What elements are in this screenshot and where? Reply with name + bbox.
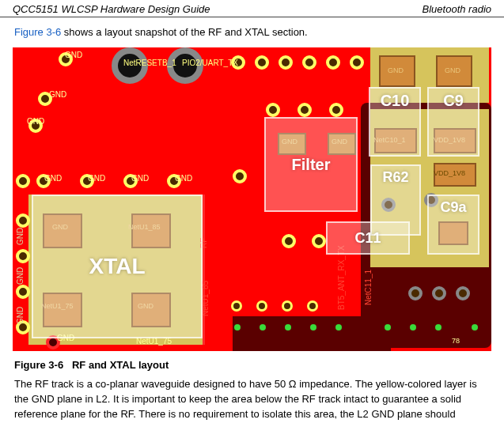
num-78: 78 bbox=[452, 337, 460, 345]
net-pio2-uart: PIO2/UART_TX bbox=[182, 59, 238, 67]
gnd-text: GND bbox=[49, 90, 66, 99]
gnd-text: GND bbox=[44, 174, 62, 183]
overlay-c9: C9 bbox=[427, 87, 479, 157]
side-gnd: GND bbox=[16, 267, 25, 285]
overlay-c11: C11 bbox=[326, 221, 410, 255]
gnd-text: GND bbox=[65, 51, 82, 59]
pcb-layout-image: GND NetU1_85 NetU1_75 GND GND GND GND GN… bbox=[13, 47, 491, 351]
intro-text: shows a layout snapshot of the RF and XT… bbox=[61, 26, 307, 38]
figure-ref-link[interactable]: Figure 3-6 bbox=[14, 26, 61, 38]
figure-caption: Figure 3-6 RF and XTAL layout bbox=[0, 354, 504, 372]
figure-title: RF and XTAL layout bbox=[72, 359, 169, 371]
gnd-text: GND bbox=[175, 174, 192, 183]
overlay-c9a: C9a bbox=[427, 195, 479, 255]
gnd-text: GND bbox=[131, 174, 149, 183]
side-gnd: GND bbox=[16, 307, 25, 324]
intro-paragraph: Figure 3-6 shows a layout snapshot of th… bbox=[0, 17, 504, 44]
overlay-xtal: XTAL bbox=[32, 195, 203, 338]
gnd-text: GND bbox=[27, 117, 44, 126]
gnd-text: GND bbox=[88, 174, 105, 183]
overlay-c10: C10 bbox=[369, 87, 421, 157]
body-paragraph: The RF track is a co-planar waveguide de… bbox=[0, 372, 504, 427]
doc-section: Bluetooth radio bbox=[423, 3, 491, 15]
page-header: QCC5151 WLCSP Hardware Design Guide Blue… bbox=[0, 0, 504, 17]
net-resetb: NetRESETB_1 bbox=[123, 59, 176, 67]
side-gnd: GND bbox=[16, 228, 25, 245]
overlay-filter: Filter bbox=[264, 117, 358, 212]
netc11-text: NetC11_1 bbox=[364, 270, 373, 305]
bt5-ant-text: BT5_ANT_RX_TX bbox=[337, 245, 346, 310]
doc-title: QCC5151 WLCSP Hardware Design Guide bbox=[13, 3, 210, 15]
figure-number: Figure 3-6 bbox=[14, 359, 63, 371]
